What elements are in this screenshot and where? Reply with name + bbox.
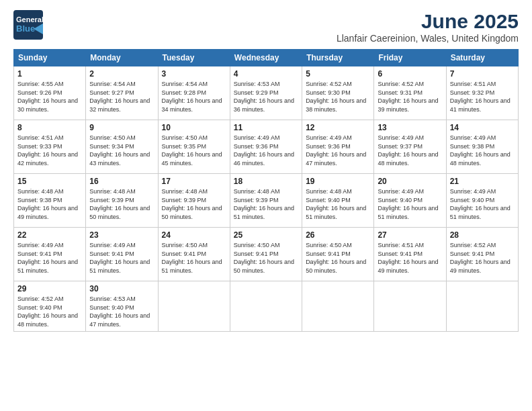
calendar-cell: 5Sunrise: 4:52 AMSunset: 9:30 PMDaylight… [302,66,374,120]
weekday-header: Tuesday [158,50,230,66]
calendar-cell: 18Sunrise: 4:48 AMSunset: 9:39 PMDayligh… [230,174,302,228]
day-info: Sunrise: 4:52 AMSunset: 9:41 PMDaylight:… [450,241,515,275]
day-info: Sunrise: 4:50 AMSunset: 9:41 PMDaylight:… [306,241,370,275]
calendar-week-row: 8Sunrise: 4:51 AMSunset: 9:33 PMDaylight… [14,120,519,174]
day-number: 6 [378,69,442,79]
weekday-header: Thursday [302,50,374,66]
logo: General Blue [13,10,46,40]
calendar-week-row: 29Sunrise: 4:52 AMSunset: 9:40 PMDayligh… [14,281,519,332]
day-number: 9 [89,123,154,132]
weekday-header: Friday [374,50,446,66]
day-info: Sunrise: 4:48 AMSunset: 9:39 PMDaylight:… [162,187,226,221]
day-number: 11 [234,123,298,132]
calendar-body: 1Sunrise: 4:55 AMSunset: 9:26 PMDaylight… [14,66,519,332]
page: General Blue June 2025 Llanfair Caereini… [0,0,532,411]
day-number: 1 [17,69,82,79]
calendar-cell: 27Sunrise: 4:51 AMSunset: 9:41 PMDayligh… [374,228,446,281]
day-number: 26 [306,230,370,240]
calendar-cell: 15Sunrise: 4:48 AMSunset: 9:38 PMDayligh… [14,174,86,228]
day-number: 18 [234,177,298,186]
subtitle: Llanfair Caereinion, Wales, United Kingd… [337,33,519,44]
day-info: Sunrise: 4:49 AMSunset: 9:37 PMDaylight:… [378,134,442,167]
weekday-header: Wednesday [230,50,302,66]
logo-icon: General Blue [13,10,43,40]
day-number: 19 [306,177,370,186]
day-number: 22 [17,230,82,240]
day-number: 3 [162,69,226,79]
weekday-header: Saturday [446,50,518,66]
calendar-cell: 25Sunrise: 4:50 AMSunset: 9:41 PMDayligh… [230,228,302,281]
calendar-cell: 1Sunrise: 4:55 AMSunset: 9:26 PMDaylight… [14,66,86,120]
day-info: Sunrise: 4:48 AMSunset: 9:39 PMDaylight:… [234,187,298,221]
day-number: 27 [378,230,442,240]
svg-text:Blue: Blue [16,24,35,34]
day-number: 30 [89,284,154,293]
day-number: 21 [450,177,515,186]
day-number: 16 [89,177,154,186]
day-info: Sunrise: 4:50 AMSunset: 9:41 PMDaylight:… [234,241,298,275]
day-number: 20 [378,177,442,186]
calendar-cell [158,281,230,332]
calendar-cell: 29Sunrise: 4:52 AMSunset: 9:40 PMDayligh… [14,281,86,332]
day-number: 10 [162,123,226,132]
day-info: Sunrise: 4:49 AMSunset: 9:41 PMDaylight:… [89,241,154,275]
day-number: 25 [234,230,298,240]
day-number: 29 [17,284,82,293]
calendar-cell: 7Sunrise: 4:51 AMSunset: 9:32 PMDaylight… [446,66,518,120]
day-info: Sunrise: 4:48 AMSunset: 9:38 PMDaylight:… [17,187,82,221]
day-info: Sunrise: 4:52 AMSunset: 9:31 PMDaylight:… [378,80,442,113]
day-number: 5 [306,69,370,79]
header: General Blue June 2025 Llanfair Caereini… [13,10,519,44]
calendar-cell: 22Sunrise: 4:49 AMSunset: 9:41 PMDayligh… [14,228,86,281]
title-block: June 2025 Llanfair Caereinion, Wales, Un… [337,10,519,44]
day-info: Sunrise: 4:49 AMSunset: 9:36 PMDaylight:… [234,134,298,167]
day-number: 8 [17,123,82,132]
calendar-cell [302,281,374,332]
day-info: Sunrise: 4:51 AMSunset: 9:33 PMDaylight:… [17,134,82,167]
calendar-cell: 3Sunrise: 4:54 AMSunset: 9:28 PMDaylight… [158,66,230,120]
calendar-cell: 21Sunrise: 4:49 AMSunset: 9:40 PMDayligh… [446,174,518,228]
svg-text:General: General [16,15,43,24]
day-info: Sunrise: 4:48 AMSunset: 9:40 PMDaylight:… [306,187,370,221]
calendar-cell: 30Sunrise: 4:53 AMSunset: 9:40 PMDayligh… [86,281,158,332]
day-number: 4 [234,69,298,79]
calendar-cell [374,281,446,332]
day-number: 15 [17,177,82,186]
day-number: 14 [450,123,515,132]
weekday-header: Sunday [14,50,86,66]
day-number: 13 [378,123,442,132]
calendar-cell: 17Sunrise: 4:48 AMSunset: 9:39 PMDayligh… [158,174,230,228]
calendar-cell: 11Sunrise: 4:49 AMSunset: 9:36 PMDayligh… [230,120,302,174]
day-info: Sunrise: 4:54 AMSunset: 9:27 PMDaylight:… [89,80,154,113]
day-number: 24 [162,230,226,240]
calendar-cell: 13Sunrise: 4:49 AMSunset: 9:37 PMDayligh… [374,120,446,174]
calendar-cell: 28Sunrise: 4:52 AMSunset: 9:41 PMDayligh… [446,228,518,281]
calendar-week-row: 15Sunrise: 4:48 AMSunset: 9:38 PMDayligh… [14,174,519,228]
calendar-cell [230,281,302,332]
day-info: Sunrise: 4:50 AMSunset: 9:34 PMDaylight:… [89,134,154,167]
main-title: June 2025 [337,10,519,33]
day-info: Sunrise: 4:50 AMSunset: 9:35 PMDaylight:… [162,134,226,167]
day-info: Sunrise: 4:49 AMSunset: 9:38 PMDaylight:… [450,134,515,167]
weekday-header: Monday [86,50,158,66]
calendar-cell: 9Sunrise: 4:50 AMSunset: 9:34 PMDaylight… [86,120,158,174]
day-info: Sunrise: 4:54 AMSunset: 9:28 PMDaylight:… [162,80,226,113]
day-info: Sunrise: 4:53 AMSunset: 9:29 PMDaylight:… [234,80,298,113]
day-info: Sunrise: 4:50 AMSunset: 9:41 PMDaylight:… [162,241,226,275]
calendar-cell: 4Sunrise: 4:53 AMSunset: 9:29 PMDaylight… [230,66,302,120]
day-number: 28 [450,230,515,240]
day-info: Sunrise: 4:51 AMSunset: 9:41 PMDaylight:… [378,241,442,275]
day-info: Sunrise: 4:52 AMSunset: 9:40 PMDaylight:… [17,295,82,328]
day-info: Sunrise: 4:49 AMSunset: 9:41 PMDaylight:… [17,241,82,275]
calendar-cell: 8Sunrise: 4:51 AMSunset: 9:33 PMDaylight… [14,120,86,174]
calendar-cell: 12Sunrise: 4:49 AMSunset: 9:36 PMDayligh… [302,120,374,174]
day-number: 12 [306,123,370,132]
day-info: Sunrise: 4:48 AMSunset: 9:39 PMDaylight:… [89,187,154,221]
day-info: Sunrise: 4:52 AMSunset: 9:30 PMDaylight:… [306,80,370,113]
day-info: Sunrise: 4:49 AMSunset: 9:36 PMDaylight:… [306,134,370,167]
calendar-cell: 19Sunrise: 4:48 AMSunset: 9:40 PMDayligh… [302,174,374,228]
calendar-cell: 20Sunrise: 4:49 AMSunset: 9:40 PMDayligh… [374,174,446,228]
day-number: 2 [89,69,154,79]
calendar-cell: 24Sunrise: 4:50 AMSunset: 9:41 PMDayligh… [158,228,230,281]
day-number: 23 [89,230,154,240]
